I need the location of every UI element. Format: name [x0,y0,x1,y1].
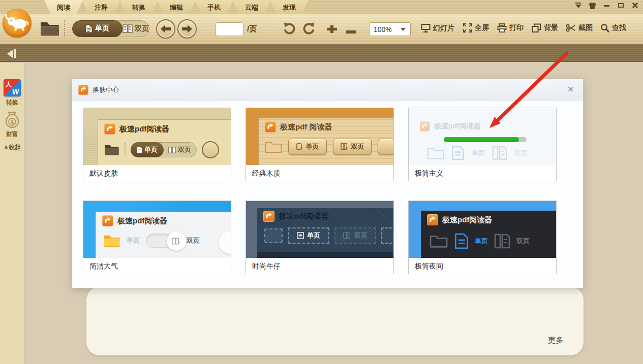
skin-card-simple[interactable]: 极速pdf阅读器 单页 [83,201,231,274]
single-doc-icon [454,233,469,249]
skin-preview-wood: 极速pdf 阅读器 单页 双页 [246,108,393,165]
tab-mobile[interactable]: 手机 [195,0,233,14]
single-doc-icon [451,146,465,160]
tab-discover[interactable]: 发现 [270,0,309,14]
page-unit-label: /页 [247,24,257,34]
dialog-title: 换肤中心 [93,85,119,94]
tab-cloud[interactable]: 云端 [232,0,271,14]
single-page-button[interactable]: 单页 [72,20,123,37]
sidebar-convert-label[interactable]: 转换 [0,98,24,107]
menu-tab-bar: 阅读 注释 转换 编辑 手机 云端 发现 [0,0,643,14]
skin-label: 默认皮肤 [83,165,231,181]
app-window: 阅读 注释 转换 编辑 手机 云端 发现 [0,0,643,364]
app-mini-logo-icon [263,211,274,222]
skin-center-dialog: 换肤中心 × 极速pdf阅读器 [72,79,584,288]
maximize-button[interactable] [617,2,625,9]
zoom-out-button[interactable] [345,27,357,36]
zoom-level-select[interactable]: 100% [369,22,411,36]
double-doc-icon [494,233,510,249]
skin-label: 简洁大气 [83,258,231,274]
collapse-toolbar-icon[interactable] [574,2,582,9]
skin-label: 经典木质 [246,165,393,181]
print-button[interactable]: 打印 [497,23,524,32]
app-mini-logo-icon [427,214,438,225]
left-sidebar: 人 W 转换 $ 财富 ∧收起 [0,63,24,364]
search-icon [600,23,609,32]
double-page-icon [123,24,133,33]
skin-card-night[interactable]: 极速pdf阅读器 单页 [408,201,557,274]
collapse-panel-icon[interactable] [7,49,16,58]
folder-icon [429,234,448,249]
skin-shirt-icon[interactable] [589,2,596,9]
app-mini-logo-icon [420,121,430,131]
redo-button[interactable] [303,22,316,37]
printer-icon [497,23,507,32]
app-mini-logo-icon [104,123,115,135]
sidebar-wealth-label[interactable]: 财富 [0,130,24,139]
minimize-button[interactable] [603,2,610,9]
folder-icon [427,146,444,160]
secondary-bar [0,45,643,62]
projector-icon [421,23,431,33]
skin-card-minimal[interactable]: 极速pdf阅读器 单页 [408,108,557,181]
skin-label: 极简主义 [409,165,556,181]
more-skins-link[interactable]: 更多 [548,336,563,345]
skin-label: 极简夜间 [409,258,556,274]
scissors-icon [566,23,576,32]
undo-button[interactable] [283,22,295,37]
download-progress-bar [444,137,527,142]
sidebar-collapse-button[interactable]: ∧收起 [0,143,24,152]
double-page-button[interactable]: 双页 [123,20,149,37]
next-page-button[interactable] [177,19,197,39]
skin-card-wood[interactable]: 极速pdf 阅读器 单页 双页 经典木质 [246,108,394,181]
layers-icon [532,23,541,32]
skin-card-default[interactable]: 极速pdf阅读器 单页 双页 默认皮肤 [83,108,231,181]
double-page-icon [172,238,180,245]
double-doc-icon [492,146,507,160]
document-panel: 更多 [86,287,584,355]
tab-annotate[interactable]: 注释 [82,0,120,14]
skin-card-denim[interactable]: 极速pdf阅读器 单页 双页 时尚牛仔 [246,201,394,274]
folder-icon [264,228,283,243]
fullscreen-button[interactable]: 全屏 [463,23,489,32]
skin-preview-night: 极速pdf阅读器 单页 [409,201,556,258]
toolbar-divider [64,20,65,37]
app-logo-elephant [3,9,32,38]
skin-preview-denim: 极速pdf阅读器 单页 双页 [246,201,393,258]
app-mini-logo-icon [265,121,276,133]
tab-read[interactable]: 阅读 [44,0,83,14]
screenshot-button[interactable]: 截图 [566,23,593,32]
window-controls [574,2,639,9]
folder-icon [265,140,282,154]
skin-preview-default: 极速pdf阅读器 单页 双页 [83,108,231,165]
tab-edit[interactable]: 编辑 [157,0,196,14]
app-mini-logo-icon [102,215,113,226]
skin-label: 时尚牛仔 [246,258,393,274]
skin-preview-minimal: 极速pdf阅读器 单页 [409,108,556,165]
zoom-in-button[interactable] [326,24,338,37]
page-mode-toggle [146,234,180,248]
single-page-icon [85,24,93,33]
skin-preview-simple: 极速pdf阅读器 单页 [83,201,231,258]
money-bag-icon[interactable]: $ [5,111,20,131]
chevron-up-icon: ∧ [4,144,9,151]
fullscreen-icon [463,23,472,32]
background-button[interactable]: 背景 [532,23,558,32]
previous-page-button[interactable] [156,19,175,39]
dialog-close-icon[interactable]: × [567,83,574,95]
pdf-to-word-icon[interactable]: 人 W [4,79,21,96]
download-progress-fill [444,137,519,142]
page-mode-group: 单页 双页 [72,20,149,37]
dialog-header: 换肤中心 × [72,79,583,101]
chevron-down-icon [401,28,406,34]
folder-icon [103,234,120,248]
svg-text:$: $ [11,119,14,125]
app-mini-logo-icon [78,85,88,95]
open-file-folder-icon[interactable] [40,20,60,37]
find-button[interactable]: 查找 [600,23,626,32]
page-number-input[interactable] [216,22,243,36]
folder-icon [104,144,119,156]
close-button[interactable] [631,2,639,9]
slideshow-button[interactable]: 幻灯片 [421,23,454,33]
tab-convert[interactable]: 转换 [119,0,158,14]
